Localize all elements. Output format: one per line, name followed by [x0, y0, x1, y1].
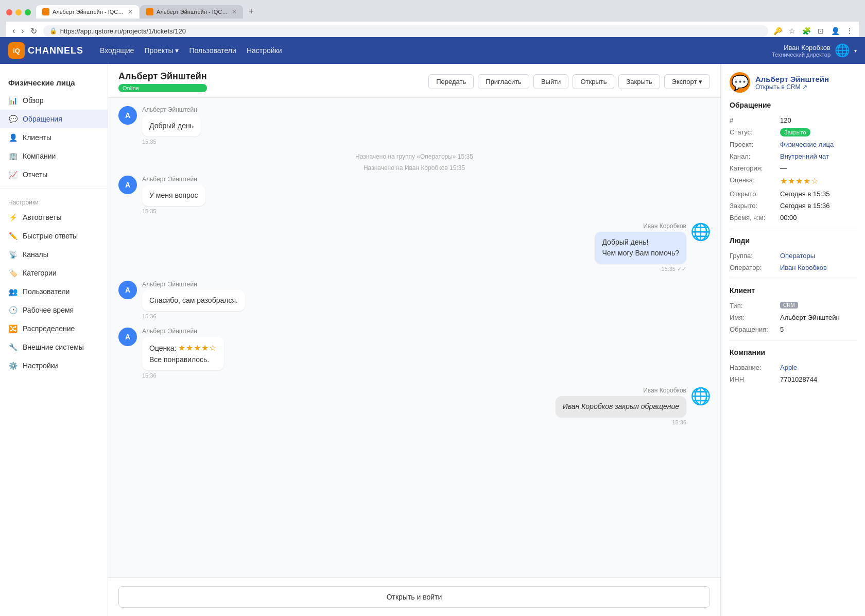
open-chat-button[interactable]: Открыть и войти [118, 586, 710, 608]
close-button[interactable]: Закрыть [618, 74, 660, 89]
sidebar-item-reports[interactable]: 📈 Отчеты [0, 165, 108, 184]
rp-company-name-row: Название: Apple [730, 362, 857, 373]
key-icon[interactable]: 🔑 [772, 26, 783, 36]
rp-open-crm[interactable]: Открыть в CRM ↗ [755, 83, 857, 91]
rp-client-type-label: Тип: [730, 302, 776, 310]
sidebar-item-label-distribution: Распределение [23, 324, 75, 333]
sidebar-item-external[interactable]: 🔧 Внешние системы [0, 338, 108, 356]
rp-project-value[interactable]: Физические лица [780, 141, 857, 148]
rating-stars: ★★★★☆ [178, 344, 217, 352]
open-button[interactable]: Открыть [573, 74, 614, 89]
sidebar: Физические лица 📊 Обзор 💬 Обращения 👤 Кл… [0, 64, 108, 616]
sidebar-item-overview[interactable]: 📊 Обзор [0, 91, 108, 110]
transfer-button[interactable]: Передать [428, 74, 474, 89]
message-row: A Альберт Эйнштейн Добрый день 15:35 [118, 106, 710, 145]
message-avatar-globe: 🌐 [691, 387, 710, 405]
sidebar-item-users[interactable]: 👥 Пользователи [0, 282, 108, 301]
tab-favicon [42, 8, 49, 15]
rp-divider-1 [730, 229, 857, 229]
back-button[interactable]: ‹ [10, 24, 17, 38]
rp-client-info: Альберт Эйнштейн Открыть в CRM ↗ [755, 75, 857, 91]
system-message: Назначено на Иван Коробков 15:35 [118, 164, 710, 172]
sidebar-item-categories[interactable]: 🏷️ Категории [0, 264, 108, 282]
nav-users[interactable]: Пользователи [189, 46, 236, 55]
rp-project-row: Проект: Физические лица [730, 139, 857, 150]
forward-button[interactable]: › [19, 24, 26, 38]
sidebar-item-companies[interactable]: 🏢 Компании [0, 147, 108, 165]
rp-company-inn-value: 7701028744 [780, 375, 857, 383]
profile-icon[interactable]: 👤 [830, 26, 840, 36]
rp-client-name[interactable]: Альберт Эйнштейн [755, 75, 857, 83]
rp-rating-stars: ★★★★☆ [780, 176, 819, 186]
leave-button[interactable]: Выйти [533, 74, 569, 89]
minimize-window-btn[interactable] [15, 9, 22, 15]
message-content: Альберт Эйнштейн Оценка: ★★★★☆Все понрав… [142, 328, 224, 379]
maximize-window-btn[interactable] [25, 9, 31, 15]
sidebar-item-distribution[interactable]: 🔀 Распределение [0, 319, 108, 338]
nav-inbox[interactable]: Входящие [100, 46, 134, 55]
sidebar-item-settings[interactable]: ⚙️ Настройки [0, 356, 108, 375]
system-message: Назначено на группу «Операторы» 15:35 [118, 153, 710, 160]
rp-company-name-value[interactable]: Apple [780, 364, 857, 371]
rp-channel-row: Канал: Внутренний чат [730, 150, 857, 162]
export-button[interactable]: Экспорт ▾ [664, 74, 710, 89]
menu-icon[interactable]: ⋮ [844, 26, 855, 36]
sidebar-item-quickreplies[interactable]: ✏️ Быстрые ответы [0, 227, 108, 245]
nav-user-info: Иван Коробков Технический директор [772, 44, 831, 58]
companies-icon: 🏢 [8, 151, 18, 161]
tab-close-icon-2[interactable]: ✕ [232, 8, 237, 15]
messages-area[interactable]: A Альберт Эйнштейн Добрый день 15:35 Наз… [108, 98, 720, 577]
reload-button[interactable]: ↻ [28, 24, 39, 38]
nav-chevron-icon[interactable]: ▾ [854, 48, 857, 54]
address-container[interactable]: 🔒 https://app.iqstore.ru/projects/1/tick… [43, 25, 768, 37]
overview-icon: 📊 [8, 96, 18, 105]
rp-time-row: Время, ч:м: 00:00 [730, 212, 857, 224]
sidebar-item-channels[interactable]: 📡 Каналы [0, 245, 108, 264]
nav-globe-icon[interactable]: 🌐 [835, 43, 850, 58]
browser-tab-active[interactable]: Альберт Эйнштейн - IQChann... ✕ [36, 5, 139, 19]
sidebar-item-clients[interactable]: 👤 Клиенты [0, 128, 108, 147]
nav-settings[interactable]: Настройки [247, 46, 282, 55]
app: iQ CHANNELS Входящие Проекты Пользовател… [0, 37, 865, 616]
tab-favicon-2 [146, 8, 153, 15]
message-row: A Альберт Эйнштейн Спасибо, сам разобрал… [118, 281, 710, 319]
main-content: Физические лица 📊 Обзор 💬 Обращения 👤 Кл… [0, 64, 865, 616]
browser-tab-inactive[interactable]: Альберт Эйнштейн - IQChann... ✕ [140, 5, 243, 19]
new-tab-button[interactable]: + [244, 4, 258, 19]
share-icon[interactable]: ⊡ [816, 26, 826, 36]
sidebar-divider [0, 188, 108, 189]
settings-icon: ⚙️ [8, 361, 18, 370]
sidebar-item-label-channels: Каналы [23, 250, 48, 259]
chat-client-name: Альберт Эйнштейн [118, 71, 207, 82]
rp-opened-label: Открыто: [730, 190, 776, 198]
invite-button[interactable]: Пригласить [478, 74, 529, 89]
message-bubble: Оценка: ★★★★☆Все понравилось. [142, 337, 224, 370]
right-panel: 💬 Альберт Эйнштейн Открыть в CRM ↗ Обращ… [721, 64, 865, 616]
nav-links: Входящие Проекты Пользователи Настройки [100, 46, 759, 55]
quickreply-icon: ✏️ [8, 231, 18, 241]
rp-group-value[interactable]: Операторы [780, 252, 857, 260]
rp-project-label: Проект: [730, 141, 776, 148]
star-icon[interactable]: ☆ [787, 26, 797, 36]
extension-icon[interactable]: 🧩 [801, 26, 811, 36]
sidebar-item-autoresponses[interactable]: ⚡ Автоответы [0, 208, 108, 227]
logo-bubble: iQ [8, 42, 25, 59]
message-sender-right: Иван Коробков [595, 223, 686, 230]
close-window-btn[interactable] [6, 9, 12, 15]
rp-operator-value[interactable]: Иван Коробков [780, 264, 857, 271]
sidebar-item-worktime[interactable]: 🕐 Рабочее время [0, 301, 108, 319]
message-bubble-italic: Иван Коробков закрыл обращение [556, 396, 686, 417]
sidebar-item-label-tickets: Обращения [23, 115, 62, 123]
sidebar-item-tickets[interactable]: 💬 Обращения [0, 110, 108, 128]
rp-status-value: Закрыто [780, 128, 810, 136]
rp-channel-value[interactable]: Внутренний чат [780, 152, 857, 160]
sidebar-item-label-worktime: Рабочее время [23, 306, 74, 314]
tab-close-icon[interactable]: ✕ [128, 8, 133, 15]
rp-divider-3 [730, 340, 857, 341]
nav-projects[interactable]: Проекты [144, 46, 179, 55]
autoresponse-icon: ⚡ [8, 213, 18, 222]
message-bubble: У меня вопрос [142, 185, 205, 206]
rp-closed-value: Сегодня в 15:36 [780, 202, 857, 210]
message-bubble: Добрый день [142, 115, 201, 136]
nav-user: Иван Коробков Технический директор 🌐 ▾ [772, 43, 857, 58]
